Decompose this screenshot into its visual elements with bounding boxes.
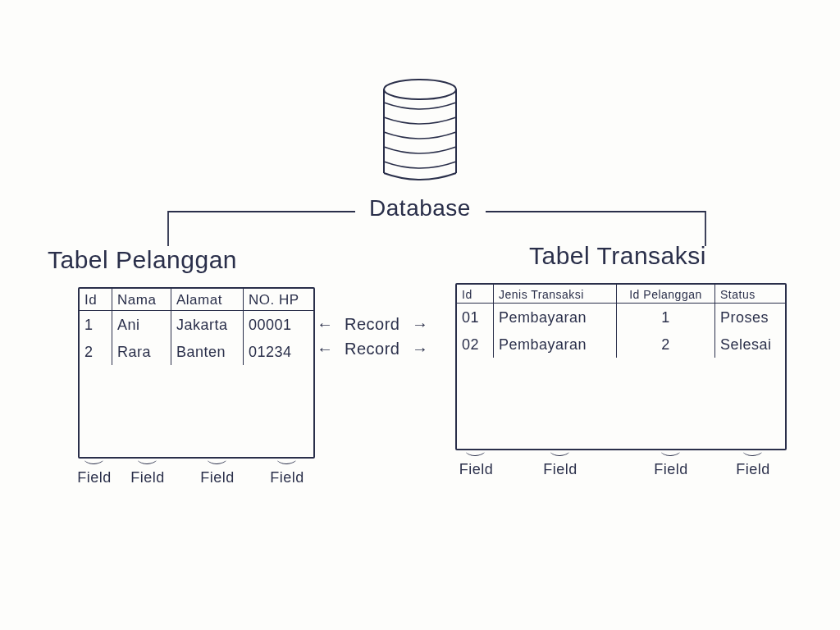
- col-header-jenis: Jenis Transaksi: [494, 285, 617, 303]
- cell: Rara: [112, 338, 171, 365]
- table-header-row: Id Nama Alamat NO. HP: [80, 289, 313, 311]
- cell: Proses: [715, 304, 785, 331]
- arrow-left-icon: ←: [315, 315, 336, 334]
- table-title-transactions: Tabel Transaksi: [529, 242, 706, 270]
- brace-icon: ︶: [207, 460, 229, 468]
- database-icon: [379, 78, 461, 185]
- table-title-customers: Tabel Pelanggan: [48, 246, 237, 274]
- cell: 01: [457, 304, 494, 331]
- table-row: 01 Pembayaran 1 Proses: [457, 304, 785, 331]
- col-header-id: Id: [457, 285, 494, 303]
- col-header-id-pelanggan: Id Pelanggan: [617, 285, 715, 303]
- field-label: Field: [736, 461, 770, 478]
- col-header-nama: Nama: [112, 289, 171, 310]
- arrow-left-icon: ←: [315, 340, 336, 358]
- cell: 2: [617, 331, 715, 358]
- brace-icon: ︶: [465, 452, 487, 459]
- col-header-id: Id: [80, 289, 112, 310]
- field-label: Field: [200, 469, 235, 486]
- cell: Banten: [171, 338, 244, 365]
- database-label: Database: [0, 195, 840, 221]
- cell: Pembayaran: [494, 331, 617, 358]
- field-labels-right: ︶ Field ︶ Field ︶ Field ︶ Field: [454, 450, 786, 478]
- cell: 01234: [244, 338, 313, 365]
- table-row: 2 Rara Banten 01234: [80, 338, 313, 365]
- brace-icon: ︶: [742, 452, 765, 459]
- cell: 2: [80, 338, 112, 365]
- field-label: Field: [654, 461, 688, 478]
- field-label: Field: [77, 469, 112, 486]
- table-header-row: Id Jenis Transaksi Id Pelanggan Status: [457, 285, 785, 304]
- brace-icon: ︶: [137, 460, 159, 468]
- brace-icon: ︶: [550, 452, 572, 459]
- brace-icon: ︶: [660, 452, 682, 459]
- field-label: Field: [459, 461, 494, 478]
- cell: Pembayaran: [494, 304, 617, 331]
- cell: 02: [457, 331, 494, 358]
- svg-point-0: [384, 80, 456, 99]
- field-label: Field: [543, 461, 578, 478]
- record-label: Record: [345, 340, 399, 358]
- table-row: 02 Pembayaran 2 Selesai: [457, 331, 785, 358]
- cell: Jakarta: [171, 311, 244, 338]
- arrow-right-icon: →: [410, 340, 431, 358]
- cell: Selesai: [715, 331, 785, 358]
- field-labels-left: ︶ Field ︶ Field ︶ Field ︶ Field: [74, 458, 320, 486]
- brace-icon: ︶: [276, 460, 299, 468]
- cell: 1: [617, 304, 715, 331]
- cell: 00001: [244, 311, 313, 338]
- field-label: Field: [130, 469, 165, 486]
- col-header-status: Status: [715, 285, 785, 303]
- cell: Ani: [112, 311, 171, 338]
- brace-icon: ︶: [84, 460, 106, 468]
- table-row: 1 Ani Jakarta 00001: [80, 311, 313, 338]
- cell: 1: [80, 311, 112, 338]
- arrow-right-icon: →: [410, 315, 431, 334]
- transactions-table: Id Jenis Transaksi Id Pelanggan Status 0…: [455, 283, 787, 450]
- col-header-nohp: NO. HP: [244, 289, 313, 310]
- customers-table: Id Nama Alamat NO. HP 1 Ani Jakarta 0000…: [78, 287, 315, 459]
- field-label: Field: [270, 469, 304, 486]
- record-label: Record: [345, 315, 399, 334]
- col-header-alamat: Alamat: [171, 289, 244, 310]
